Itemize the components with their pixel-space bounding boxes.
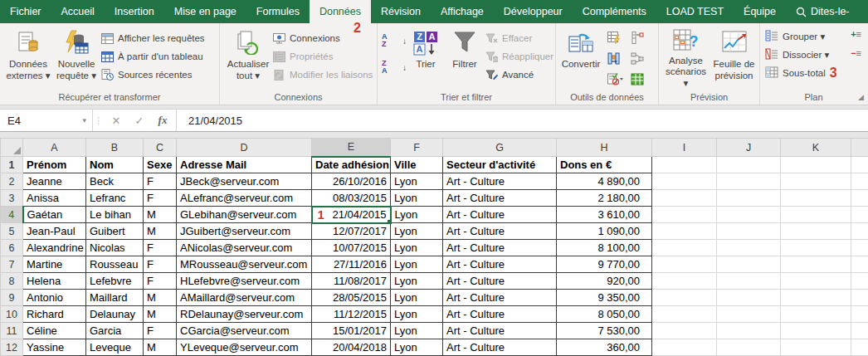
cell-A10[interactable]: Richard <box>23 306 86 323</box>
cell-I2[interactable] <box>652 173 717 190</box>
cell-K8[interactable] <box>781 273 851 290</box>
row-header-9[interactable]: 9 <box>1 290 23 306</box>
col-header-F[interactable]: F <box>391 139 443 157</box>
cell-C3[interactable]: F <box>144 190 177 207</box>
cell-J6[interactable] <box>717 240 781 256</box>
cell-H4[interactable]: 3 610,00 <box>557 207 652 223</box>
cell-A7[interactable]: Martine <box>23 256 86 273</box>
name-box-caret-icon[interactable]: ▾ <box>82 116 86 124</box>
cell-D2[interactable]: JBeck@serveur.com <box>177 173 312 190</box>
data-validation-icon[interactable] <box>607 73 623 89</box>
cell-G3[interactable]: Art - Culture <box>443 190 557 207</box>
enter-icon[interactable]: ✓ <box>128 115 151 127</box>
row-header-11[interactable]: 11 <box>1 323 23 339</box>
cell-C4[interactable]: M <box>144 207 177 223</box>
cell-L1[interactable] <box>851 157 868 173</box>
tab-fichier[interactable]: Fichier <box>0 0 51 23</box>
cell-D4[interactable]: GLebihan@serveur.com <box>177 207 312 223</box>
feuille-prevision-button[interactable]: Feuille de prévision <box>710 27 758 90</box>
cell-L10[interactable] <box>851 306 868 323</box>
cell-H8[interactable]: 920,00 <box>557 273 652 290</box>
nouvelle-requete-button[interactable]: Nouvelle requête ▾ <box>52 27 100 90</box>
share-button[interactable]: Partager <box>860 0 868 23</box>
cell-F5[interactable]: Lyon <box>391 223 443 240</box>
cell-J7[interactable] <box>717 256 781 273</box>
cell-E9[interactable]: 28/05/2015 <box>312 290 391 306</box>
cell-D1[interactable]: Adresse Mail <box>177 157 312 173</box>
tab-mise-en-page[interactable]: Mise en page <box>164 0 246 23</box>
cell-D7[interactable]: MRousseau@serveur.com <box>177 256 312 273</box>
cell-D3[interactable]: ALefranc@serveur.com <box>177 190 312 207</box>
flash-fill-icon[interactable] <box>607 32 623 47</box>
row-header-2[interactable]: 2 <box>1 173 23 190</box>
tab-affichage[interactable]: Affichage <box>431 0 494 23</box>
cell-B7[interactable]: Rousseau <box>86 256 144 273</box>
cell-J9[interactable] <box>717 290 781 306</box>
cell-I9[interactable] <box>652 290 717 306</box>
cell-J3[interactable] <box>717 190 781 207</box>
col-header-J[interactable]: J <box>717 139 781 157</box>
cell-C12[interactable]: M <box>144 339 177 356</box>
cancel-icon[interactable]: ✕ <box>105 115 128 127</box>
cell-J8[interactable] <box>717 273 781 290</box>
cell-A1[interactable]: Prénom <box>23 157 86 173</box>
cell-K12[interactable] <box>781 339 851 356</box>
cell-H3[interactable]: 2 180,00 <box>557 190 652 207</box>
cell-I3[interactable] <box>652 190 717 207</box>
cell-A2[interactable]: Jeanne <box>23 173 86 190</box>
cell-D10[interactable]: RDelaunay@serveur.com <box>177 306 312 323</box>
donnees-externes-button[interactable]: Données externes ▾ <box>4 27 52 90</box>
cell-H5[interactable]: 1 090,00 <box>557 223 652 240</box>
cell-I5[interactable] <box>652 223 717 240</box>
cell-K10[interactable] <box>781 306 851 323</box>
row-header-7[interactable]: 7 <box>1 256 23 273</box>
cell-L9[interactable] <box>851 290 868 306</box>
cell-L8[interactable] <box>851 273 868 290</box>
cell-G7[interactable]: Art - Culture <box>443 256 557 273</box>
cell-A5[interactable]: Jean-Paul <box>23 223 86 240</box>
cell-D11[interactable]: CGarcia@serveur.com <box>177 323 312 339</box>
cell-F4[interactable]: Lyon <box>391 207 443 223</box>
convertir-button[interactable]: Convertir <box>559 27 602 90</box>
row-header-10[interactable]: 10 <box>1 306 23 323</box>
cell-B3[interactable]: Lefranc <box>86 190 144 207</box>
row-header-12[interactable]: 12 <box>1 339 23 356</box>
cell-I12[interactable] <box>652 339 717 356</box>
cell-H12[interactable]: 360,00 <box>557 339 652 356</box>
cell-D9[interactable]: AMaillard@serveur.com <box>177 290 312 306</box>
cell-L3[interactable] <box>851 190 868 207</box>
cell-E7[interactable]: 27/11/2016 <box>312 256 391 273</box>
cell-I4[interactable] <box>652 207 717 223</box>
cell-E6[interactable]: 10/07/2015 <box>312 240 391 256</box>
cell-H6[interactable]: 8 100,00 <box>557 240 652 256</box>
cell-B12[interactable]: Leveque <box>86 339 144 356</box>
cell-G4[interactable]: Art - Culture <box>443 207 557 223</box>
cell-K3[interactable] <box>781 190 851 207</box>
row-header-1[interactable]: 1 <box>1 157 23 173</box>
cell-K9[interactable] <box>781 290 851 306</box>
cell-A4[interactable]: Gaétan <box>23 207 86 223</box>
cell-E1[interactable]: Date adhésion <box>312 157 391 173</box>
cell-J12[interactable] <box>717 339 781 356</box>
cell-A6[interactable]: Alexandrine <box>23 240 86 256</box>
cell-H1[interactable]: Dons en € <box>557 157 652 173</box>
cell-J2[interactable] <box>717 173 781 190</box>
sort-descending-button[interactable]: ZA ↓ <box>382 58 407 76</box>
cell-I11[interactable] <box>652 323 717 339</box>
tell-me-box[interactable]: Dites-le- <box>786 0 860 23</box>
cell-D5[interactable]: JGuibert@serveur.com <box>177 223 312 240</box>
col-header-G[interactable]: G <box>443 139 557 157</box>
show-detail-icon[interactable]: +≡ <box>851 30 861 39</box>
cell-I10[interactable] <box>652 306 717 323</box>
formula-bar-grip[interactable]: ⋮ <box>93 115 105 126</box>
cell-J11[interactable] <box>717 323 781 339</box>
relationships-icon[interactable] <box>631 52 644 68</box>
cell-L11[interactable] <box>851 323 868 339</box>
cell-G10[interactable]: Art - Culture <box>443 306 557 323</box>
cell-B5[interactable]: Guibert <box>86 223 144 240</box>
cell-F10[interactable]: Lyon <box>391 306 443 323</box>
cell-I1[interactable] <box>652 157 717 173</box>
cell-D8[interactable]: HLefebvre@serveur.com <box>177 273 312 290</box>
cell-J5[interactable] <box>717 223 781 240</box>
cell-L4[interactable] <box>851 207 868 223</box>
